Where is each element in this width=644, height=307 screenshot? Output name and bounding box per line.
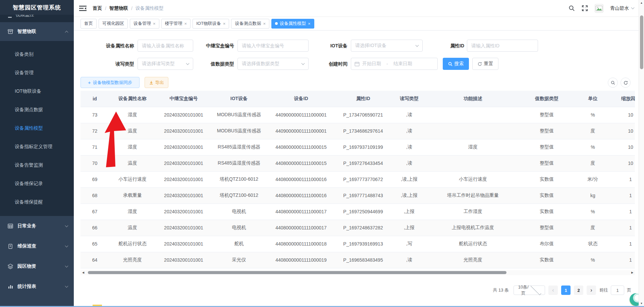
chevron-up-icon bbox=[65, 31, 68, 34]
reset-button[interactable]: 重置 bbox=[472, 58, 498, 70]
column-header[interactable]: 中继宝盒编号 bbox=[156, 91, 211, 107]
sidebar-fold-icon[interactable] bbox=[79, 5, 87, 11]
page-1-button[interactable]: 1 bbox=[561, 286, 571, 295]
sidebar-submenu-item[interactable]: 设备维保提醒 bbox=[0, 193, 74, 211]
goto-page: 前往 页 bbox=[599, 286, 631, 295]
cell-unit: % bbox=[575, 252, 610, 268]
table-row[interactable]: 71 湿度 202403200101001 RS485温湿度传感器 440800… bbox=[80, 139, 635, 155]
column-header[interactable]: 功能描述 bbox=[428, 91, 518, 107]
sidebar-submenu-item[interactable]: 设备测点数据 bbox=[0, 100, 74, 119]
sidebar-submenu-item[interactable]: 设备管理 bbox=[0, 63, 74, 82]
avatar[interactable] bbox=[595, 4, 603, 13]
tab-device-mgmt[interactable]: 设备管理 bbox=[130, 19, 159, 29]
column-header[interactable]: 单位 bbox=[575, 91, 610, 107]
date-range-picker[interactable]: 开始日期 - 结束日期 bbox=[351, 58, 438, 70]
scroll-down-icon[interactable]: ▼ bbox=[639, 302, 644, 305]
column-header[interactable]: 设备ID bbox=[267, 91, 335, 107]
search-icon[interactable] bbox=[569, 5, 575, 11]
sidebar-section-materials[interactable]: 园区物资 bbox=[0, 256, 74, 276]
vertical-scrollbar[interactable]: ▲ ▼ bbox=[639, 0, 644, 307]
scrollbar-thumb[interactable] bbox=[640, 15, 643, 69]
name-input[interactable] bbox=[138, 40, 193, 52]
vtype-select[interactable]: 请选择值数据类型 bbox=[237, 58, 309, 70]
table-row[interactable]: 67 湿度 202403200101001 电视机 44080000001111… bbox=[80, 204, 635, 220]
box-input[interactable] bbox=[237, 40, 309, 52]
table-row[interactable]: 72 温度 202403200101001 MODBUS温度传感器 440900… bbox=[80, 123, 635, 139]
cell-prop-id: P_1697250944699 bbox=[335, 204, 391, 220]
rw-select[interactable]: 请选择读写类型 bbox=[138, 58, 193, 70]
table-row[interactable]: 69 小车运行速度 202403200101001 塔机QTZ100-6012 … bbox=[80, 171, 635, 187]
sidebar-submenu-item[interactable]: 设备维保记录 bbox=[0, 174, 74, 193]
prev-page-button[interactable]: ‹ bbox=[548, 286, 558, 295]
cell-iot-device: 舵机 bbox=[211, 236, 267, 252]
cell-unit: % bbox=[575, 107, 610, 123]
sidebar-section-reports[interactable]: 统计报表 bbox=[0, 276, 74, 297]
table-row[interactable]: 64 光照亮度 202403200101001 采光仪 440800000011… bbox=[80, 252, 635, 268]
tab-visual-park[interactable]: 可视化园区 bbox=[99, 19, 128, 29]
scroll-right-icon[interactable]: ▶ bbox=[630, 270, 635, 275]
tab-iot-device[interactable]: IOT物联设备 bbox=[193, 19, 229, 29]
table-row[interactable]: 73 湿度 202403200101001 MODBUS温度传感器 440900… bbox=[80, 107, 635, 123]
tab-home[interactable]: 首页 bbox=[80, 19, 97, 29]
sidebar-submenu-item[interactable]: IOT物联设备 bbox=[0, 82, 74, 100]
cell-rw-type: ,读 bbox=[391, 155, 428, 171]
sidebar-submenu-item[interactable]: 设备指标定义管理 bbox=[0, 137, 74, 156]
cell-rw-type: ,读,上报 bbox=[391, 171, 428, 187]
cell-prop-id: P_1697939169913 bbox=[335, 236, 391, 252]
close-icon[interactable] bbox=[153, 21, 156, 26]
column-header[interactable]: 值数据类型 bbox=[518, 91, 575, 107]
toggle-search-button[interactable] bbox=[608, 78, 618, 88]
cell-description: 湿度 bbox=[428, 139, 518, 155]
prop-id-input[interactable] bbox=[467, 40, 538, 52]
refresh-table-button[interactable] bbox=[621, 78, 631, 88]
horizontal-scrollbar[interactable]: ◀ ▶ bbox=[80, 270, 635, 275]
cell-prop-id: P_1697771488743 bbox=[335, 187, 391, 204]
scroll-left-icon[interactable]: ◀ bbox=[80, 270, 86, 275]
sidebar-item-clipped[interactable]: 视频监控 bbox=[0, 15, 74, 22]
close-icon[interactable] bbox=[308, 21, 311, 26]
chevron-down-icon bbox=[65, 224, 68, 227]
column-header[interactable]: 属性ID bbox=[335, 91, 391, 107]
table-row[interactable]: 66 温度 202403200101001 电视机 44080000001111… bbox=[80, 220, 635, 236]
layers-icon bbox=[7, 263, 13, 269]
sync-model-button[interactable]: 设备物模型数据同步 bbox=[80, 77, 140, 88]
table-row[interactable]: 65 舵机运行状态 202403200101001 舵机 44080000001… bbox=[80, 236, 635, 252]
table-row[interactable]: 70 温度 202403200101001 RS485温湿度传感器 440800… bbox=[80, 155, 635, 171]
user-menu[interactable]: 青山碧水 bbox=[610, 5, 634, 11]
page-size-select[interactable]: 10条/页 bbox=[514, 286, 545, 295]
tab-building-mgmt[interactable]: 楼宇管理 bbox=[161, 19, 191, 29]
column-header[interactable]: 设备属性名称 bbox=[109, 91, 156, 107]
sidebar-section-inspection[interactable]: 维保巡查 bbox=[0, 236, 74, 256]
goto-page-input[interactable] bbox=[611, 286, 624, 295]
page-2-button[interactable]: 2 bbox=[574, 286, 583, 295]
sidebar-section-daily[interactable]: 日常业务 bbox=[0, 216, 74, 236]
breadcrumb-section[interactable]: 智慧物联 bbox=[109, 5, 128, 11]
close-icon[interactable] bbox=[223, 21, 226, 26]
scroll-up-icon[interactable]: ▲ bbox=[639, 1, 644, 4]
sidebar-section-smart-iot[interactable]: 智慧物联 bbox=[0, 22, 74, 41]
column-header[interactable]: 读写类型 bbox=[391, 91, 428, 107]
chevron-down-icon bbox=[531, 284, 541, 295]
fullscreen-icon[interactable] bbox=[582, 5, 588, 11]
search-button[interactable]: 搜索 bbox=[443, 58, 469, 70]
scrollbar-thumb[interactable] bbox=[88, 271, 506, 274]
breadcrumb-home[interactable]: 首页 bbox=[93, 5, 102, 11]
sidebar-submenu-item[interactable]: 设备属性模型 bbox=[0, 119, 74, 137]
iot-select[interactable]: 请选择IOT设备 bbox=[351, 40, 423, 52]
sidebar-submenu-item[interactable]: 设备告警监测 bbox=[0, 156, 74, 174]
column-header[interactable]: IOT设备 bbox=[211, 91, 267, 107]
close-icon[interactable] bbox=[263, 21, 266, 26]
table-row[interactable]: 68 承载重量 202403200101001 塔机QTZ100-6012 44… bbox=[80, 187, 635, 204]
tab-property-model[interactable]: 设备属性模型 bbox=[271, 19, 314, 29]
tab-point-data[interactable]: 设备测点数据 bbox=[231, 19, 269, 29]
cell-description bbox=[428, 123, 518, 139]
next-page-button[interactable]: › bbox=[587, 286, 596, 295]
column-header[interactable]: 缩放因子 bbox=[610, 91, 635, 107]
bar-chart-icon bbox=[7, 283, 13, 290]
cell-scale: 10 bbox=[610, 107, 635, 123]
close-icon[interactable] bbox=[184, 21, 187, 26]
column-header[interactable]: id bbox=[80, 91, 109, 107]
main-area: 首页 / 智慧物联 / 设备属性模型 bbox=[74, 0, 644, 307]
export-button[interactable]: 导出 bbox=[145, 77, 168, 88]
sidebar-submenu-item[interactable]: 设备类别 bbox=[0, 45, 74, 63]
